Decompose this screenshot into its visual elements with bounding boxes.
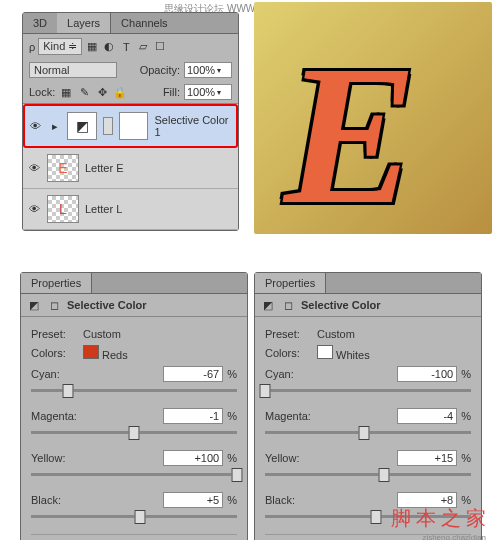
blend-row: Normal Opacity: 100%▾: [23, 59, 238, 81]
color-swatch: [317, 345, 333, 359]
slider-label: Cyan:: [31, 368, 163, 380]
slider-handle[interactable]: [63, 384, 74, 398]
lock-pixels-icon[interactable]: ✎: [77, 85, 91, 99]
fill-label: Fill:: [163, 86, 180, 98]
layer-name[interactable]: Letter E: [85, 162, 124, 174]
slider-handle[interactable]: [129, 426, 140, 440]
panel-title: Selective Color: [301, 299, 380, 311]
slider-track[interactable]: [265, 384, 471, 398]
slider-handle[interactable]: [358, 426, 369, 440]
slider-track[interactable]: [31, 468, 237, 482]
layer-list: 👁 ▸ ◩ Selective Color 1 👁 E Letter E 👁 L…: [23, 103, 238, 230]
layers-tabs: 3D Layers Channels: [23, 13, 238, 34]
canvas-preview: E: [254, 2, 492, 234]
filter-image-icon[interactable]: ▦: [85, 40, 99, 54]
slider-label: Yellow:: [31, 452, 163, 464]
method-radios: Relative Absolute: [31, 534, 237, 540]
slider-handle[interactable]: [232, 468, 243, 482]
slider-track[interactable]: [265, 426, 471, 440]
mask-thumb: [119, 112, 149, 140]
blend-mode-select[interactable]: Normal: [29, 62, 117, 78]
tab-properties[interactable]: Properties: [255, 273, 326, 293]
layer-name[interactable]: Letter L: [85, 203, 122, 215]
preset-select[interactable]: Custom: [83, 328, 237, 340]
slider-handle[interactable]: [260, 384, 271, 398]
tab-layers[interactable]: Layers: [57, 13, 111, 33]
panel-title: Selective Color: [67, 299, 146, 311]
adjustment-icon: ◩: [261, 298, 275, 312]
slider-label: Black:: [265, 494, 397, 506]
lock-position-icon[interactable]: ✥: [95, 85, 109, 99]
tab-3d[interactable]: 3D: [23, 13, 57, 33]
tab-channels[interactable]: Channels: [111, 13, 177, 33]
slider-value[interactable]: -1: [163, 408, 223, 424]
properties-panel-right: Properties ◩◻Selective Color Preset:Cust…: [254, 272, 482, 540]
colors-label: Colors:: [31, 347, 79, 359]
layers-panel: 3D Layers Channels ρ Kind ≑ ▦ ◐ T ▱ ☐ No…: [22, 12, 239, 231]
visibility-icon[interactable]: 👁: [27, 203, 41, 215]
slider-value[interactable]: -4: [397, 408, 457, 424]
slider-handle[interactable]: [371, 510, 382, 524]
preset-select[interactable]: Custom: [317, 328, 471, 340]
slider-label: Cyan:: [265, 368, 397, 380]
slider-value[interactable]: +100: [163, 450, 223, 466]
color-swatch: [83, 345, 99, 359]
kind-label: ρ: [29, 41, 35, 53]
slider-value[interactable]: -67: [163, 366, 223, 382]
adjustment-icon: ◩: [27, 298, 41, 312]
slider-track[interactable]: [31, 426, 237, 440]
slider-label: Yellow:: [265, 452, 397, 464]
filter-adjust-icon[interactable]: ◐: [102, 40, 116, 54]
slider-value[interactable]: +15: [397, 450, 457, 466]
preset-label: Preset:: [31, 328, 79, 340]
slider-value[interactable]: -100: [397, 366, 457, 382]
filter-shape-icon[interactable]: ▱: [136, 40, 150, 54]
slider-track[interactable]: [265, 468, 471, 482]
fill-input[interactable]: 100%▾: [184, 84, 232, 100]
slider-handle[interactable]: [379, 468, 390, 482]
preset-label: Preset:: [265, 328, 313, 340]
slider-track[interactable]: [31, 510, 237, 524]
watermark-url: zisheng.chazidian: [422, 533, 486, 540]
filter-type-icon[interactable]: T: [119, 40, 133, 54]
link-icon[interactable]: [103, 117, 112, 135]
colors-select[interactable]: Reds: [83, 345, 237, 361]
lock-label: Lock:: [29, 86, 55, 98]
layer-row-letter-l[interactable]: 👁 L Letter L: [23, 189, 238, 230]
lock-all-icon[interactable]: 🔒: [113, 85, 127, 99]
slider-track[interactable]: [31, 384, 237, 398]
filter-smart-icon[interactable]: ☐: [153, 40, 167, 54]
watermark-bottom: 脚 本 之 家: [391, 505, 486, 532]
chevron-down-icon[interactable]: ▸: [48, 119, 61, 133]
layer-name[interactable]: Selective Color 1: [154, 114, 232, 138]
layers-filter-row: ρ Kind ≑ ▦ ◐ T ▱ ☐: [23, 34, 238, 59]
opacity-input[interactable]: 100%▾: [184, 62, 232, 78]
mask-icon: ◻: [281, 298, 295, 312]
properties-panel-left: Properties ◩◻Selective Color Preset:Cust…: [20, 272, 248, 540]
adjustment-thumb: ◩: [67, 112, 97, 140]
slider-handle[interactable]: [135, 510, 146, 524]
layer-thumb: L: [47, 195, 79, 223]
slider-value[interactable]: +5: [163, 492, 223, 508]
layer-thumb: E: [47, 154, 79, 182]
kind-select[interactable]: Kind ≑: [38, 38, 82, 55]
slider-label: Black:: [31, 494, 163, 506]
layer-row-selective-color[interactable]: 👁 ▸ ◩ Selective Color 1: [23, 104, 238, 148]
lock-row: Lock: ▦ ✎ ✥ 🔒 Fill: 100%▾: [23, 81, 238, 103]
slider-label: Magenta:: [265, 410, 397, 422]
colors-select[interactable]: Whites: [317, 345, 471, 361]
layer-row-letter-e[interactable]: 👁 E Letter E: [23, 148, 238, 189]
opacity-label: Opacity:: [140, 64, 180, 76]
letter-e-art: E: [284, 20, 417, 234]
mask-icon: ◻: [47, 298, 61, 312]
tab-properties[interactable]: Properties: [21, 273, 92, 293]
visibility-icon[interactable]: 👁: [27, 162, 41, 174]
visibility-icon[interactable]: 👁: [29, 120, 42, 132]
colors-label: Colors:: [265, 347, 313, 359]
lock-transparency-icon[interactable]: ▦: [59, 85, 73, 99]
slider-label: Magenta:: [31, 410, 163, 422]
